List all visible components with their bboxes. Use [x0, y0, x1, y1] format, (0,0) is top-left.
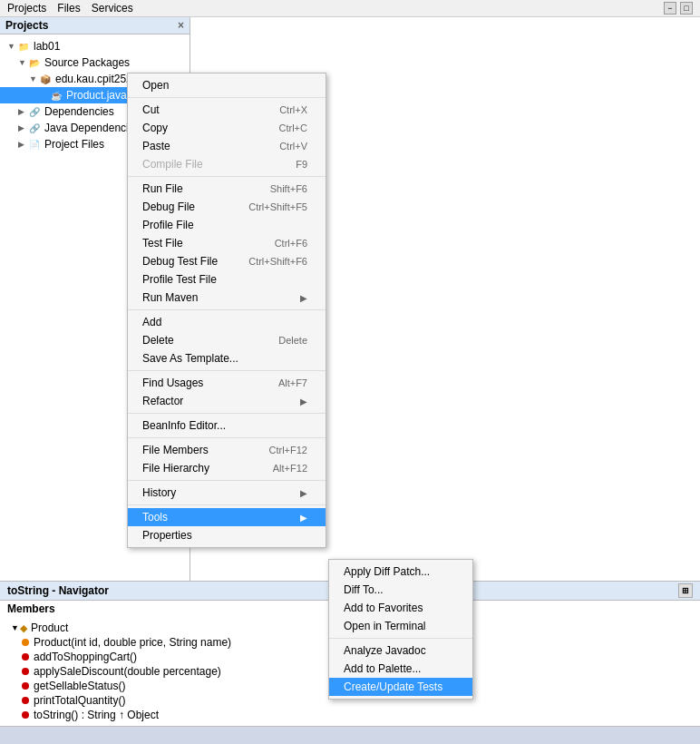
tree-label: Project Files	[44, 138, 104, 151]
java-file-icon: ☕	[49, 88, 63, 103]
status-bar	[0, 726, 700, 744]
menu-test-file[interactable]: Test File Ctrl+F6	[128, 234, 326, 252]
member-label: applySaleDiscount(double percentage)	[34, 665, 221, 678]
tree-label: lab01	[34, 40, 60, 53]
arrow-icon: ▶	[18, 123, 27, 132]
main-area: Projects × ▼ 📁 lab01 ▼ 📂 Source Packages	[0, 17, 700, 581]
shortcut-debug: Ctrl+Shift+F5	[248, 201, 307, 212]
menu-add[interactable]: Add	[128, 313, 326, 331]
tree-item-lab01[interactable]: ▼ 📁 lab01	[0, 38, 190, 54]
submenu-add-palette[interactable]: Add to Palette...	[329, 660, 472, 678]
member-label: toString() : String ↑ Object	[34, 709, 159, 721]
menu-tools[interactable]: Tools ▶	[128, 508, 326, 526]
method-dot	[22, 697, 29, 704]
submenu-create-update-tests[interactable]: Create/Update Tests	[329, 678, 472, 696]
menu-run-file[interactable]: Run File Shift+F6	[128, 180, 326, 198]
separator	[128, 176, 326, 177]
menu-debug-test[interactable]: Debug Test File Ctrl+Shift+F6	[128, 252, 326, 270]
menu-compile: Compile File F9	[128, 155, 326, 173]
project-files-icon: 📄	[27, 137, 42, 152]
class-label: Product	[31, 622, 68, 634]
shortcut-delete: Delete	[278, 335, 307, 346]
menu-files[interactable]: Files	[57, 2, 80, 15]
separator	[128, 480, 326, 481]
folder-icon: 📂	[27, 55, 42, 70]
shortcut-test: Ctrl+F6	[275, 238, 307, 249]
context-menu: Open Cut Ctrl+X Copy Ctrl+C Paste Ctrl+V…	[127, 73, 326, 548]
minimize-button[interactable]: −	[664, 2, 676, 15]
separator	[128, 97, 326, 98]
maximize-button[interactable]: □	[680, 2, 693, 15]
menu-debug-file[interactable]: Debug File Ctrl+Shift+F5	[128, 198, 326, 216]
arrow-icon: ▼	[7, 42, 16, 51]
menu-beaninfo[interactable]: BeanInfo Editor...	[128, 416, 326, 435]
menu-profile-test[interactable]: Profile Test File	[128, 270, 326, 289]
separator	[128, 504, 326, 505]
shortcut-cut: Ctrl+X	[279, 104, 307, 115]
submenu-diff-to[interactable]: Diff To...	[329, 581, 472, 599]
tree-label: Java Dependencies	[44, 122, 140, 134]
menu-file-hierarchy[interactable]: File Hierarchy Alt+F12	[128, 459, 326, 477]
member-label: getSellableStatus()	[34, 680, 125, 692]
submenu-arrow: ▶	[300, 488, 307, 498]
window-controls: − □	[664, 2, 693, 15]
menu-projects[interactable]: Projects	[7, 2, 46, 15]
submenu-arrow: ▶	[300, 396, 307, 406]
menu-file-members[interactable]: File Members Ctrl+F12	[128, 441, 326, 459]
method-dot	[22, 682, 29, 690]
constructor-dot	[22, 639, 29, 646]
tools-submenu: Apply Diff Patch... Diff To... Add to Fa…	[328, 559, 473, 700]
arrow-icon: ▼	[18, 58, 27, 67]
navigator-title: toString - Navigator	[7, 584, 109, 597]
menu-properties[interactable]: Properties	[128, 526, 326, 544]
menu-open[interactable]: Open	[128, 76, 326, 94]
projects-tab[interactable]: Projects	[5, 19, 48, 32]
separator	[128, 437, 326, 438]
package-icon: 📦	[38, 72, 53, 86]
submenu-apply-diff[interactable]: Apply Diff Patch...	[329, 563, 472, 581]
menu-save-template[interactable]: Save As Template...	[128, 349, 326, 367]
menu-profile-file[interactable]: Profile File	[128, 216, 326, 234]
menu-cut[interactable]: Cut Ctrl+X	[128, 101, 326, 119]
member-item-method-5[interactable]: toString() : String ↑ Object	[0, 708, 700, 722]
panel-header: Projects ×	[0, 17, 190, 34]
submenu-arrow: ▶	[300, 513, 307, 523]
member-label: Product(int id, double price, String nam…	[34, 636, 231, 649]
deps-icon: 🔗	[27, 104, 42, 119]
java-deps-icon: 🔗	[27, 121, 42, 135]
menu-history[interactable]: History ▶	[128, 484, 326, 502]
menu-services[interactable]: Services	[92, 2, 133, 15]
menu-paste[interactable]: Paste Ctrl+V	[128, 137, 326, 155]
submenu-arrow: ▶	[300, 293, 307, 303]
tree-label: Source Packages	[44, 56, 130, 69]
navigator-grid-button[interactable]: ⊞	[678, 583, 693, 598]
arrow-icon: ▶	[18, 140, 27, 149]
members-label: Members	[7, 602, 55, 615]
menu-refactor[interactable]: Refactor ▶	[128, 392, 326, 410]
submenu-add-favorites[interactable]: Add to Favorites	[329, 599, 472, 617]
submenu-open-terminal[interactable]: Open in Terminal	[329, 617, 472, 635]
separator	[128, 309, 326, 310]
menu-run-maven[interactable]: Run Maven ▶	[128, 289, 326, 307]
shortcut-paste: Ctrl+V	[279, 141, 307, 152]
shortcut-file-members: Ctrl+F12	[269, 445, 308, 455]
panel-close-button[interactable]: ×	[178, 19, 184, 32]
member-label: printTotalQuantity()	[34, 694, 125, 707]
shortcut-file-hierarchy: Alt+F12	[273, 463, 307, 474]
shortcut-debug-test: Ctrl+Shift+F6	[248, 256, 307, 267]
submenu-analyze-javadoc[interactable]: Analyze Javadoc	[329, 641, 472, 660]
tree-label: Product.java	[66, 89, 127, 102]
tree-item-source-packages[interactable]: ▼ 📂 Source Packages	[0, 54, 190, 71]
menu-delete[interactable]: Delete Delete	[128, 331, 326, 349]
method-dot	[22, 711, 29, 719]
shortcut-compile: F9	[296, 159, 307, 170]
menu-bar: Projects Files Services − □	[0, 0, 700, 17]
member-label: addToShoppingCart()	[34, 651, 137, 663]
project-icon: 📁	[16, 39, 31, 54]
menu-copy[interactable]: Copy Ctrl+C	[128, 119, 326, 137]
menu-find-usages[interactable]: Find Usages Alt+F7	[128, 374, 326, 392]
shortcut-run: Shift+F6	[270, 183, 307, 194]
shortcut-find: Alt+F7	[278, 377, 307, 388]
shortcut-copy: Ctrl+C	[279, 122, 307, 133]
method-dot	[22, 668, 29, 675]
